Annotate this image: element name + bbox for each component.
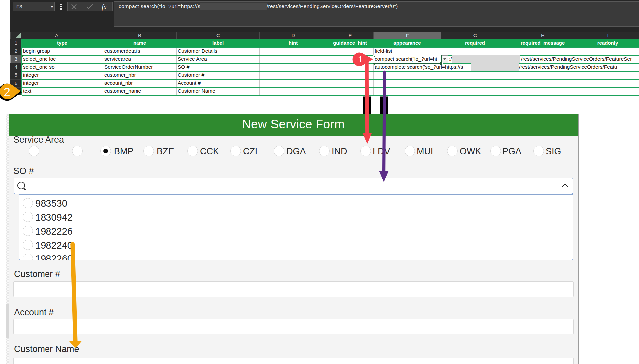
svg-text:2: 2 [4, 85, 10, 99]
